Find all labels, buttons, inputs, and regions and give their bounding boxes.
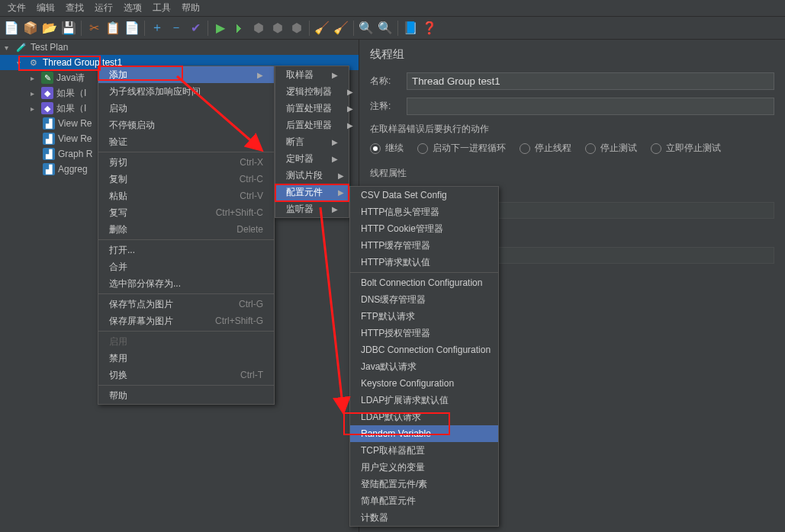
ctx-item[interactable]: Bolt Connection Configuration [350, 274, 498, 291]
separator-icon [208, 21, 208, 36]
menu-file[interactable]: 文件 [3, 0, 31, 16]
ctx-item[interactable]: DNS缓存管理器 [350, 291, 498, 308]
stop-icon[interactable]: ⬢ [250, 20, 267, 37]
radio-stopnow[interactable]: 立即停止测试 [651, 142, 721, 155]
menu-tools[interactable]: 工具 [148, 0, 175, 16]
paste-icon[interactable]: 📄 [124, 20, 140, 37]
ctx-item[interactable]: 监听器▶ [275, 200, 349, 217]
ctx-item[interactable]: 简单配置元件 [350, 492, 498, 509]
run-notimers-icon[interactable]: ⏵ [231, 20, 248, 37]
menu-help[interactable]: 帮助 [177, 0, 204, 16]
ctx-item[interactable]: 复制Ctrl-C [98, 171, 274, 187]
ctx-item[interactable]: LDAP默认请求 [350, 409, 498, 425]
radio-continue[interactable]: 继续 [370, 142, 404, 155]
radio-nextloop[interactable]: 启动下一进程循环 [417, 142, 506, 155]
ctx-item[interactable]: 帮助 [98, 387, 274, 404]
ctx-item[interactable]: 禁用 [98, 350, 274, 367]
ctx-item[interactable]: 用户定义的变量 [350, 459, 498, 476]
ctx-item[interactable]: FTP默认请求 [350, 308, 498, 325]
comment-input[interactable] [407, 98, 774, 115]
collapse-icon[interactable]: － [168, 20, 185, 37]
search-icon[interactable]: 🔍 [358, 20, 375, 37]
caret-icon[interactable] [31, 104, 38, 113]
ctx-item[interactable]: 验证 [98, 133, 274, 150]
ctx-item[interactable]: HTTP授权管理器 [350, 325, 498, 341]
ctx-item[interactable]: 前置处理器▶ [275, 100, 349, 117]
ctx-item[interactable]: JDBC Connection Configuration [350, 341, 498, 358]
ctx-item[interactable]: 计数器 [350, 509, 498, 526]
ctx-item[interactable]: 打开... [98, 242, 274, 258]
ctx-item[interactable]: TCP取样器配置 [350, 442, 498, 459]
radio-stoptest[interactable]: 停止测试 [585, 142, 637, 155]
radio-stopthread[interactable]: 停止线程 [520, 142, 571, 155]
ctx-item[interactable]: HTTP信息头管理器 [350, 204, 498, 220]
new-icon[interactable]: 📄 [3, 20, 20, 37]
caret-icon[interactable] [5, 43, 12, 52]
run-icon[interactable]: ▶ [212, 20, 229, 37]
ctx-item[interactable]: 删除Delete [98, 221, 274, 238]
caret-icon[interactable] [31, 74, 38, 82]
ctx-item[interactable]: CSV Data Set Config [350, 187, 498, 204]
ctx-item[interactable]: 添加▶ [98, 66, 274, 83]
caret-icon[interactable] [17, 59, 24, 67]
ctx-item[interactable]: 定时器▶ [275, 150, 349, 167]
menu-run[interactable]: 运行 [90, 0, 117, 16]
ctx-item[interactable]: Random Variable [350, 425, 498, 442]
ctx-item[interactable]: 保存屏幕为图片Ctrl+Shift-G [98, 312, 274, 329]
ctx-item[interactable]: HTTP请求默认值 [350, 254, 498, 271]
ctx-item[interactable]: HTTP Cookie管理器 [350, 220, 498, 237]
toggle-icon[interactable]: ✔ [187, 20, 204, 37]
separator-icon [144, 21, 145, 36]
ctx-item[interactable]: 取样器▶ [275, 66, 349, 83]
ctx-item[interactable]: 测试片段▶ [275, 167, 349, 184]
thread-props-title: 线程属性 [370, 167, 774, 180]
ctx-item[interactable]: 剪切Ctrl-X [98, 154, 274, 171]
ctx-item[interactable]: 断言▶ [275, 133, 349, 150]
reset-search-icon[interactable]: 🔍 [377, 20, 394, 37]
submenu-config-elements[interactable]: CSV Data Set ConfigHTTP信息头管理器HTTP Cookie… [349, 186, 499, 527]
cut-icon[interactable]: ✂ [85, 20, 102, 37]
expand-icon[interactable]: ＋ [149, 20, 166, 37]
ctx-item[interactable]: Java默认请求 [350, 358, 498, 375]
shutdown-icon[interactable]: ⬢ [269, 20, 286, 37]
copy-icon[interactable]: 📋 [105, 20, 121, 37]
gear-icon: ⚙ [27, 56, 40, 69]
caret-icon[interactable] [31, 89, 38, 98]
ctx-item[interactable]: 为子线程添加响应时间 [98, 83, 274, 100]
help-icon[interactable]: ❓ [421, 20, 438, 37]
ctx-item[interactable]: Keystore Configuration [350, 375, 498, 392]
ctx-item[interactable]: 复写Ctrl+Shift-C [98, 204, 274, 221]
open-icon[interactable]: 📂 [41, 20, 58, 37]
tree-row-testplan[interactable]: 🧪 Test Plan [0, 40, 359, 55]
funcs-icon[interactable]: 📘 [402, 20, 419, 37]
menu-edit[interactable]: 编辑 [32, 0, 60, 16]
stop-remote-icon[interactable]: ⬢ [288, 20, 305, 37]
tree-label: Test Plan [31, 42, 68, 53]
ctx-item[interactable]: LDAP扩展请求默认值 [350, 392, 498, 409]
ctx-item[interactable]: 登陆配置元件/素 [350, 476, 498, 492]
save-icon[interactable]: 💾 [60, 20, 77, 37]
ctx-item[interactable]: 逻辑控制器▶ [275, 83, 349, 100]
ctx-item[interactable]: 合并 [98, 258, 274, 275]
diamond-icon: ◆ [41, 87, 53, 99]
ctx-item[interactable]: 保存节点为图片Ctrl-G [98, 296, 274, 312]
ctx-item[interactable]: 不停顿启动 [98, 117, 274, 133]
context-menu[interactable]: 添加▶为子线程添加响应时间启动不停顿启动验证剪切Ctrl-X复制Ctrl-C粘贴… [98, 66, 275, 405]
ctx-item[interactable]: 切换Ctrl-T [98, 367, 274, 383]
chart-icon: ▟ [43, 117, 55, 130]
ctx-item[interactable]: 配置元件▶ [275, 184, 349, 200]
ctx-item[interactable]: 选中部分保存为... [98, 275, 274, 292]
name-input[interactable] [407, 72, 774, 90]
templates-icon[interactable]: 📦 [22, 20, 39, 37]
ctx-item[interactable]: 启用 [98, 333, 274, 350]
ctx-item[interactable]: 启动 [98, 100, 274, 117]
menu-search[interactable]: 查找 [61, 0, 88, 16]
menu-options[interactable]: 选项 [119, 0, 146, 16]
ctx-item[interactable]: 粘贴Ctrl-V [98, 187, 274, 204]
ctx-item[interactable]: 后置处理器▶ [275, 117, 349, 133]
test-plan-tree[interactable]: 🧪 Test Plan ⚙ Thread Group test1 ✎Java请 … [0, 40, 359, 532]
clear-icon[interactable]: 🧹 [314, 20, 330, 37]
submenu-add[interactable]: 取样器▶逻辑控制器▶前置处理器▶后置处理器▶断言▶定时器▶测试片段▶配置元件▶监… [275, 66, 349, 218]
clearall-icon[interactable]: 🧹 [333, 20, 349, 37]
ctx-item[interactable]: HTTP缓存管理器 [350, 237, 498, 254]
